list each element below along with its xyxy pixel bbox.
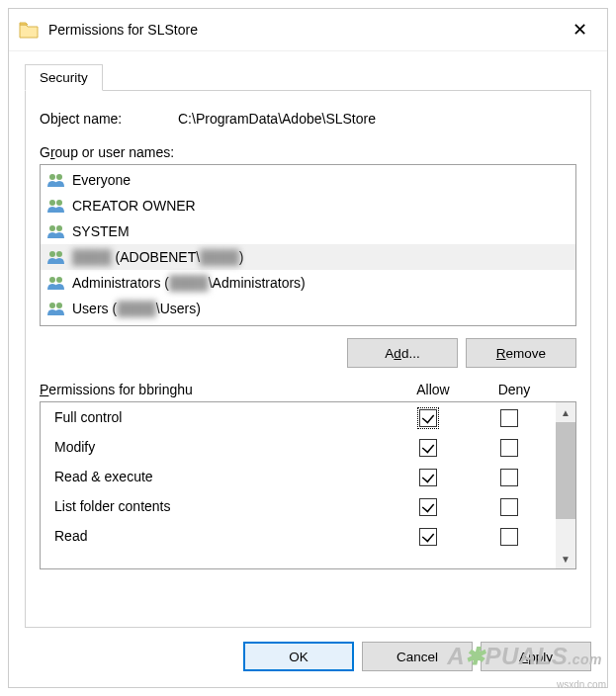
list-item[interactable]: SYSTEM — [41, 218, 575, 244]
column-allow: Allow — [393, 382, 474, 397]
svg-point-10 — [49, 303, 55, 308]
permission-row: List folder contents — [41, 491, 556, 521]
folder-icon — [19, 21, 39, 39]
scroll-up[interactable]: ▲ — [556, 402, 575, 422]
permission-name: Read — [54, 523, 388, 549]
deny-checkbox[interactable] — [500, 439, 518, 457]
apply-button[interactable]: Apply — [481, 642, 591, 671]
permission-row: Read & execute — [41, 462, 556, 491]
remove-button[interactable]: Remove — [466, 338, 576, 368]
scrollbar[interactable]: ▲ ▼ — [556, 402, 575, 568]
users-icon — [46, 198, 66, 214]
tab-security[interactable]: Security — [25, 64, 103, 91]
tab-strip: Security — [25, 63, 591, 91]
permission-row: Modify — [41, 432, 556, 462]
svg-point-5 — [56, 225, 62, 231]
object-name-label: Object name: — [40, 111, 178, 127]
svg-point-4 — [49, 225, 55, 231]
svg-point-6 — [49, 251, 55, 257]
permission-row: Read — [41, 521, 556, 551]
permission-name: Full control — [54, 404, 388, 430]
svg-point-2 — [49, 200, 55, 206]
list-buttons: Add... Remove — [40, 338, 576, 368]
list-item[interactable]: Users (████\Users) — [41, 296, 575, 321]
users-icon — [46, 223, 66, 239]
credit: wsxdn.com — [557, 679, 606, 690]
close-button[interactable]: ✕ — [563, 15, 597, 44]
group-user-list[interactable]: EveryoneCREATOR OWNERSYSTEM████ (ADOBENE… — [40, 164, 576, 326]
svg-point-8 — [49, 277, 55, 283]
deny-checkbox[interactable] — [500, 409, 518, 427]
svg-point-1 — [56, 174, 62, 180]
group-user-label: Group or user names: — [40, 144, 576, 160]
svg-point-11 — [56, 303, 62, 308]
svg-point-7 — [56, 251, 62, 257]
allow-checkbox[interactable] — [419, 498, 437, 516]
svg-point-0 — [49, 174, 55, 180]
ok-button[interactable]: OK — [243, 642, 354, 671]
users-icon — [46, 301, 66, 316]
window-title: Permissions for SLStore — [48, 22, 563, 38]
allow-checkbox[interactable] — [419, 469, 437, 486]
scroll-down[interactable]: ▼ — [556, 549, 575, 568]
users-icon — [46, 172, 66, 188]
list-item[interactable]: ████ (ADOBENET\████) — [41, 244, 575, 270]
permission-name: List folder contents — [54, 493, 388, 519]
permissions-header: Permissions for bbringhu Allow Deny — [40, 382, 576, 397]
svg-point-3 — [56, 200, 62, 206]
titlebar: Permissions for SLStore ✕ — [9, 9, 607, 51]
deny-checkbox[interactable] — [500, 528, 518, 546]
cancel-button[interactable]: Cancel — [362, 642, 473, 671]
users-icon — [46, 275, 66, 291]
list-item[interactable]: CREATOR OWNER — [41, 193, 575, 218]
deny-checkbox[interactable] — [500, 469, 518, 486]
permission-name: Modify — [54, 434, 388, 460]
content-area: Security Object name: C:\ProgramData\Ado… — [9, 51, 607, 628]
add-button[interactable]: Add... — [347, 338, 458, 368]
object-name-value: C:\ProgramData\Adobe\SLStore — [178, 111, 376, 127]
allow-checkbox[interactable] — [419, 439, 437, 457]
permissions-list: Full controlModifyRead & executeList fol… — [40, 401, 576, 569]
permissions-dialog: Permissions for SLStore ✕ Security Objec… — [8, 8, 608, 688]
scroll-thumb[interactable] — [556, 422, 575, 519]
dialog-buttons: OK Cancel Apply — [9, 628, 607, 687]
object-name-row: Object name: C:\ProgramData\Adobe\SLStor… — [40, 111, 576, 127]
security-panel: Object name: C:\ProgramData\Adobe\SLStor… — [25, 91, 591, 628]
allow-checkbox[interactable] — [419, 528, 437, 546]
list-item[interactable]: Everyone — [41, 167, 575, 193]
list-item[interactable]: Administrators (████\Administrators) — [41, 270, 575, 296]
users-icon — [46, 249, 66, 265]
permission-row: Full control — [41, 402, 556, 432]
deny-checkbox[interactable] — [500, 498, 518, 516]
svg-point-9 — [56, 277, 62, 283]
permission-name: Read & execute — [54, 464, 388, 489]
allow-checkbox[interactable] — [419, 409, 437, 427]
column-deny: Deny — [474, 382, 555, 397]
